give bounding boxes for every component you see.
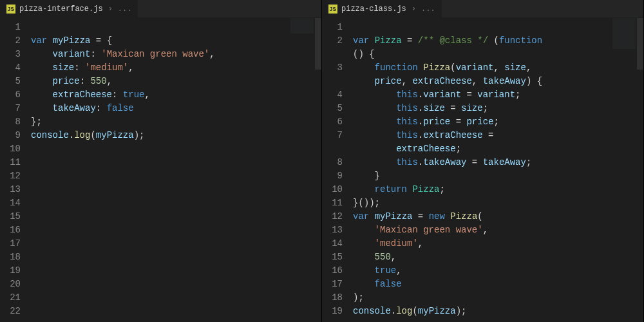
line-number: 11 <box>322 196 343 210</box>
line-number: 15 <box>322 251 343 264</box>
line-number: 16 <box>0 223 21 237</box>
line-number: 6 <box>0 88 21 102</box>
line-number: 15 <box>0 210 21 223</box>
breadcrumb-separator: › <box>108 5 113 14</box>
code-line[interactable]: var myPizza = { <box>31 34 321 48</box>
line-number: 14 <box>0 196 21 210</box>
code-line[interactable]: this.price = price; <box>353 115 643 129</box>
code-line[interactable]: takeAway: false <box>31 102 321 115</box>
code-line[interactable] <box>31 278 321 291</box>
editor-pane-right: JS pizza-class.js › ... 1234567891011121… <box>322 0 644 322</box>
code-line[interactable] <box>31 210 321 223</box>
code-editor[interactable]: 12345678910111213141516171819202122 var … <box>0 18 321 322</box>
code-line[interactable] <box>353 21 643 34</box>
line-number: 18 <box>0 251 21 264</box>
line-number: 19 <box>0 264 21 278</box>
line-number: 12 <box>0 169 21 183</box>
code-line[interactable]: extraCheese: true, <box>31 88 321 102</box>
code-line[interactable]: variant: 'Maxican green wave', <box>31 48 321 61</box>
line-number: 8 <box>322 156 343 169</box>
code-line[interactable]: } <box>353 169 643 183</box>
code-line[interactable] <box>31 291 321 305</box>
line-number: 18 <box>322 291 343 305</box>
code-line[interactable]: }; <box>31 115 321 129</box>
breadcrumb-separator: › <box>412 5 416 14</box>
line-number: 16 <box>322 264 343 278</box>
code-line[interactable] <box>31 156 321 169</box>
code-line[interactable] <box>31 305 321 318</box>
code-line[interactable] <box>31 237 321 251</box>
line-number: 2 <box>322 34 343 48</box>
tab-pizza-class[interactable]: JS pizza-class.js › ... <box>322 0 442 17</box>
tab-pizza-interface[interactable]: JS pizza-interface.js › ... <box>0 0 138 17</box>
code-line[interactable] <box>31 196 321 210</box>
tab-bar: JS pizza-interface.js › ... <box>0 0 321 18</box>
code-line[interactable]: function Pizza(variant, size, <box>353 61 643 75</box>
code-line[interactable]: this.takeAway = takeAway; <box>353 156 643 169</box>
line-number: 3 <box>322 61 343 75</box>
line-number: 9 <box>322 169 343 183</box>
line-number: 17 <box>322 278 343 291</box>
code-line[interactable]: 'Maxican green wave', <box>353 223 643 237</box>
code-content[interactable]: var Pizza = /** @class */ (function () {… <box>353 18 643 322</box>
line-number: 19 <box>322 305 343 318</box>
line-number: 5 <box>0 75 21 88</box>
editor-pane-left: JS pizza-interface.js › ... 123456789101… <box>0 0 322 322</box>
code-line[interactable]: () { <box>353 48 643 61</box>
code-line[interactable]: return Pizza; <box>353 183 643 196</box>
line-number: 1 <box>0 21 21 34</box>
code-line[interactable]: size: 'medium', <box>31 61 321 75</box>
code-line[interactable]: 550, <box>353 251 643 264</box>
line-number: 10 <box>322 183 343 196</box>
code-line[interactable] <box>31 142 321 156</box>
code-line[interactable]: 'medium', <box>353 237 643 251</box>
line-number: 2 <box>0 34 21 48</box>
line-number-gutter: 12345678910111213141516171819 <box>322 18 353 322</box>
code-content[interactable]: var myPizza = { variant: 'Maxican green … <box>31 18 321 322</box>
line-number: 22 <box>0 305 21 318</box>
code-line[interactable]: console.log(myPizza); <box>353 305 643 318</box>
code-line[interactable]: ); <box>353 291 643 305</box>
code-line[interactable]: this.size = size; <box>353 102 643 115</box>
line-number: 14 <box>322 237 343 251</box>
code-line[interactable]: this.variant = variant; <box>353 88 643 102</box>
code-line[interactable]: }()); <box>353 196 643 210</box>
code-line[interactable] <box>31 183 321 196</box>
tab-bar: JS pizza-class.js › ... <box>322 0 643 18</box>
code-line[interactable]: price, extraCheese, takeAway) { <box>353 75 643 88</box>
code-line[interactable] <box>31 169 321 183</box>
code-line[interactable]: var Pizza = /** @class */ (function <box>353 34 643 48</box>
code-line[interactable] <box>31 21 321 34</box>
code-line[interactable]: var myPizza = new Pizza( <box>353 210 643 223</box>
line-number: 8 <box>0 115 21 129</box>
code-line[interactable]: console.log(myPizza); <box>31 129 321 142</box>
minimap[interactable] <box>612 18 636 95</box>
line-number: 11 <box>0 156 21 169</box>
code-line[interactable] <box>31 223 321 237</box>
line-number: 21 <box>0 291 21 305</box>
line-number: 4 <box>322 88 343 102</box>
line-number: 5 <box>322 102 343 115</box>
line-number-gutter: 12345678910111213141516171819202122 <box>0 18 31 322</box>
vertical-scrollbar[interactable] <box>637 18 643 70</box>
code-line[interactable]: price: 550, <box>31 75 321 88</box>
line-number <box>322 48 343 61</box>
code-line[interactable] <box>31 264 321 278</box>
line-number: 13 <box>322 223 343 237</box>
code-line[interactable] <box>31 251 321 264</box>
code-line[interactable]: this.extraCheese = <box>353 129 643 142</box>
line-number: 17 <box>0 237 21 251</box>
breadcrumb[interactable]: ... <box>118 5 132 14</box>
line-number: 10 <box>0 142 21 156</box>
breadcrumb[interactable]: ... <box>421 5 435 14</box>
code-line[interactable]: extraCheese; <box>353 142 643 156</box>
vertical-scrollbar[interactable] <box>315 18 321 70</box>
tab-filename: pizza-class.js <box>341 5 406 14</box>
minimap[interactable] <box>290 18 314 57</box>
line-number: 20 <box>0 278 21 291</box>
code-editor[interactable]: 12345678910111213141516171819 var Pizza … <box>322 18 643 322</box>
javascript-file-icon: JS <box>328 5 337 14</box>
code-line[interactable]: true, <box>353 264 643 278</box>
line-number <box>322 142 343 156</box>
code-line[interactable]: false <box>353 278 643 291</box>
